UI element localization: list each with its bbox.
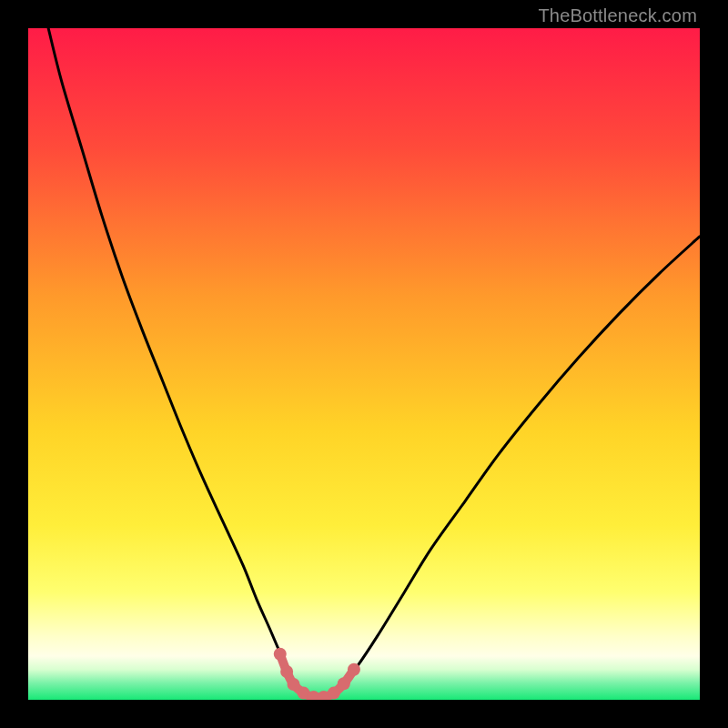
optimal-marker — [328, 687, 340, 700]
curve-path — [48, 28, 700, 698]
optimal-marker — [348, 663, 360, 676]
watermark-text: TheBottleneck.com — [538, 5, 697, 26]
bottleneck-curve — [28, 28, 700, 700]
optimal-marker — [288, 678, 300, 691]
optimal-marker — [338, 677, 350, 690]
plot-area — [28, 28, 700, 700]
chart-frame: TheBottleneck.com — [0, 0, 728, 728]
optimal-marker — [280, 665, 293, 678]
optimal-marker — [274, 648, 287, 661]
